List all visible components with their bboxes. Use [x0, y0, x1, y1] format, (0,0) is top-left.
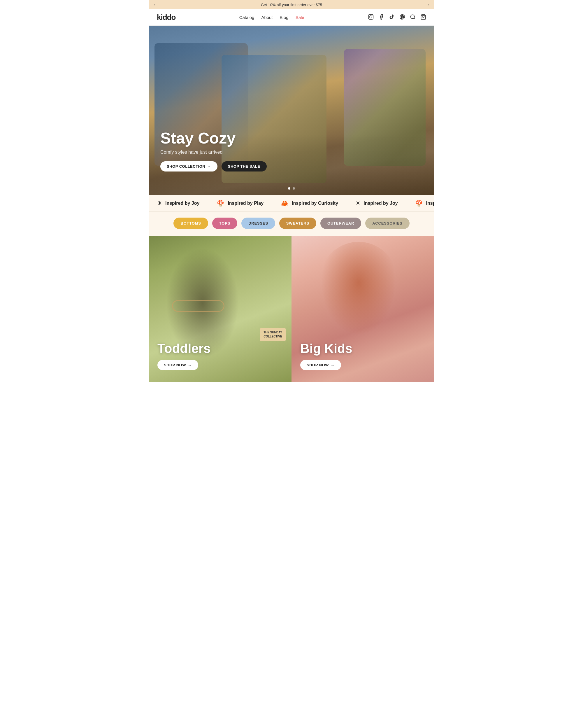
big-kids-card: Big Kids SHOP NOW → [292, 236, 434, 382]
hero-content: Stay Cozy Comfy styles have just arrived… [160, 130, 267, 172]
nav-sale[interactable]: Sale [296, 15, 304, 20]
mushroom-icon-2: 🍄 [415, 200, 423, 207]
big-kids-shop-button[interactable]: SHOP NOW → [300, 360, 341, 370]
cart-icon[interactable] [420, 14, 426, 21]
ticker-text-1: Inspired by Joy [165, 201, 199, 206]
ticker-inner: ✳ Inspired by Joy 🍄 Inspired by Play 🦀 I… [149, 200, 434, 207]
ticker-text-2: Inspired by Play [228, 201, 263, 206]
mushroom-icon-1: 🍄 [217, 200, 224, 207]
prev-arrow[interactable]: ← [153, 2, 158, 7]
tiktok-icon[interactable] [389, 14, 395, 21]
announcement-bar: ← Get 10% off your first order over $75 … [149, 0, 434, 9]
hero-subtitle: Comfy styles have just arrived [160, 150, 267, 155]
hero-section: Stay Cozy Comfy styles have just arrived… [149, 26, 434, 195]
toddlers-shop-button[interactable]: SHOP NOW → [158, 360, 198, 370]
ticker-item-4: ✳ Inspired by Joy [347, 200, 406, 207]
search-icon[interactable] [410, 14, 416, 21]
big-kids-title: Big Kids [300, 341, 352, 356]
facebook-icon[interactable] [378, 14, 384, 21]
arrow-right-icon: → [207, 164, 211, 168]
toddlers-title: Toddlers [158, 341, 211, 356]
badge-line1: THE SUNDAY [263, 331, 282, 335]
big-kids-content: Big Kids SHOP NOW → [300, 341, 352, 370]
hero-buttons: SHOP COLLECTION → SHOP THE SALE [160, 161, 267, 172]
shop-collection-button[interactable]: SHOP COLLECTION → [160, 161, 218, 172]
next-arrow[interactable]: → [425, 2, 430, 7]
hero-dots [288, 187, 295, 189]
toddlers-content: Toddlers SHOP NOW → [158, 341, 211, 370]
svg-rect-0 [368, 14, 373, 19]
toddlers-btn-label: SHOP NOW [164, 363, 186, 367]
big-kids-btn-label: SHOP NOW [307, 363, 329, 367]
announcement-text: Get 10% off your first order over $75 [158, 3, 425, 7]
bottoms-button[interactable]: BOTTOMS [173, 217, 208, 229]
crab-icon-1: 🦀 [281, 200, 288, 207]
inspiration-ticker: ✳ Inspired by Joy 🍄 Inspired by Play 🦀 I… [149, 195, 434, 212]
dresses-button[interactable]: DRESSES [241, 217, 275, 229]
nav-about[interactable]: About [261, 15, 273, 20]
ticker-item-3: 🦀 Inspired by Curiosity [272, 200, 347, 207]
svg-point-1 [370, 16, 372, 18]
dot-1[interactable] [288, 187, 290, 189]
sun-icon-2: ✳ [356, 200, 360, 207]
ticker-item-1: ✳ Inspired by Joy [149, 200, 208, 207]
tops-button[interactable]: TOPS [212, 217, 237, 229]
dot-2[interactable] [293, 187, 295, 189]
hero-title: Stay Cozy [160, 130, 267, 147]
header-icons [368, 14, 426, 21]
sun-icon-1: ✳ [158, 200, 162, 207]
toddlers-arrow-icon: → [188, 363, 192, 367]
badge-sunday-collective: THE SUNDAY COLLECTIVE [260, 328, 286, 341]
nav-blog[interactable]: Blog [280, 15, 288, 20]
category-buttons: BOTTOMS TOPS DRESSES SWEATERS OUTERWEAR … [149, 212, 434, 236]
ticker-item-2: 🍄 Inspired by Play [208, 200, 272, 207]
glasses-shape [172, 300, 224, 312]
ticker-text-4: Inspired by Joy [363, 201, 397, 206]
header: kiddo Catalog About Blog Sale [149, 9, 434, 26]
ticker-item-5: 🍄 Inspired by Play [407, 200, 434, 207]
instagram-icon[interactable] [368, 14, 374, 21]
badge-line2: COLLECTIVE [263, 335, 282, 339]
accessories-button[interactable]: ACCESSORIES [365, 217, 409, 229]
outerwear-button[interactable]: OUTERWEAR [321, 217, 361, 229]
ticker-text-5: Inspired by Play [426, 201, 434, 206]
big-kids-hair-shape [315, 242, 402, 344]
nav-catalog[interactable]: Catalog [239, 15, 254, 20]
shop-sale-button[interactable]: SHOP THE SALE [222, 161, 267, 172]
svg-point-2 [372, 15, 372, 16]
age-section: Toddlers SHOP NOW → THE SUNDAY COLLECTIV… [149, 236, 434, 382]
big-kids-arrow-icon: → [331, 363, 335, 367]
toddlers-card: Toddlers SHOP NOW → THE SUNDAY COLLECTIV… [149, 236, 292, 382]
sweaters-button[interactable]: SWEATERS [279, 217, 316, 229]
ticker-text-3: Inspired by Curiosity [292, 201, 338, 206]
main-nav: Catalog About Blog Sale [239, 15, 304, 20]
shop-collection-label: SHOP COLLECTION [167, 164, 205, 168]
logo[interactable]: kiddo [157, 13, 175, 22]
pinterest-icon[interactable] [399, 14, 405, 21]
